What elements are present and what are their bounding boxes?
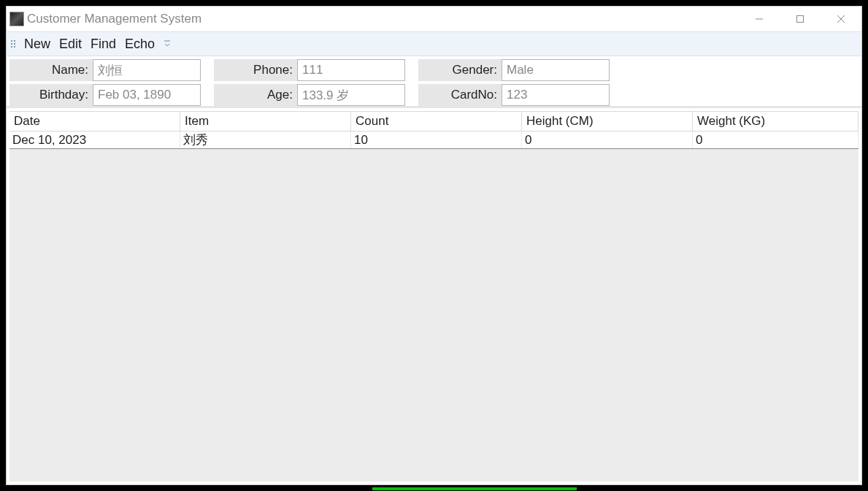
chevron-down-icon xyxy=(164,40,170,47)
form-row-2: Birthday: Age: CardNo: xyxy=(9,84,859,106)
menu-new[interactable]: New xyxy=(20,37,55,52)
window-title: Customer Management System xyxy=(27,12,739,26)
maximize-icon xyxy=(796,15,804,23)
birthday-label: Birthday: xyxy=(9,84,93,106)
age-input[interactable] xyxy=(297,84,405,106)
name-label: Name: xyxy=(9,59,93,81)
minimize-icon xyxy=(755,15,764,23)
menu-echo[interactable]: Echo xyxy=(120,37,159,52)
titlebar[interactable]: Customer Management System xyxy=(7,7,861,31)
cell-weight: 0 xyxy=(693,132,859,148)
column-header-count[interactable]: Count xyxy=(351,112,522,132)
table-body[interactable]: Dec 10, 2023 刘秀 10 0 0 xyxy=(9,132,859,482)
form-area: Name: Phone: Gender: Birthday: Age: xyxy=(7,56,861,108)
app-icon xyxy=(9,12,24,26)
cardno-input[interactable] xyxy=(502,84,610,106)
gender-label: Gender: xyxy=(418,59,502,81)
field-age: Age: xyxy=(214,84,410,106)
table-area: Date Item Count Height (CM) Weight (KG) … xyxy=(9,111,859,482)
table-header: Date Item Count Height (CM) Weight (KG) xyxy=(9,111,859,132)
progress-segment xyxy=(372,487,577,490)
svg-rect-1 xyxy=(797,16,804,23)
cardno-label: CardNo: xyxy=(418,84,502,106)
cell-date: Dec 10, 2023 xyxy=(9,132,180,148)
main-window: Customer Management System New Edit Find… xyxy=(6,6,862,485)
field-birthday: Birthday: xyxy=(9,84,205,106)
minimize-button[interactable] xyxy=(739,7,780,31)
maximize-button[interactable] xyxy=(780,7,821,31)
name-input[interactable] xyxy=(93,59,201,81)
menubar: New Edit Find Echo xyxy=(7,31,861,56)
cell-count: 10 xyxy=(351,132,522,148)
column-header-item[interactable]: Item xyxy=(180,112,351,132)
field-cardno: CardNo: xyxy=(418,84,614,106)
phone-input[interactable] xyxy=(297,59,405,81)
table-row[interactable]: Dec 10, 2023 刘秀 10 0 0 xyxy=(9,132,859,149)
column-header-height[interactable]: Height (CM) xyxy=(522,112,693,132)
field-name: Name: xyxy=(9,59,205,81)
menu-edit[interactable]: Edit xyxy=(55,37,86,52)
gender-input[interactable] xyxy=(502,59,610,81)
field-gender: Gender: xyxy=(418,59,614,81)
close-button[interactable] xyxy=(821,7,861,31)
menu-find[interactable]: Find xyxy=(86,37,120,52)
phone-label: Phone: xyxy=(214,59,297,81)
taskbar-strip xyxy=(0,487,868,491)
column-header-weight[interactable]: Weight (KG) xyxy=(693,112,859,132)
cell-item: 刘秀 xyxy=(180,132,351,148)
cell-height: 0 xyxy=(522,132,693,148)
age-label: Age: xyxy=(214,84,297,106)
column-header-date[interactable]: Date xyxy=(9,112,180,132)
window-controls xyxy=(739,7,861,31)
toolbar-overflow-icon[interactable] xyxy=(162,39,172,49)
close-icon xyxy=(837,15,845,23)
birthday-input[interactable] xyxy=(93,84,201,106)
toolbar-grip[interactable] xyxy=(11,37,17,50)
field-phone: Phone: xyxy=(214,59,410,81)
form-row-1: Name: Phone: Gender: xyxy=(9,59,859,81)
